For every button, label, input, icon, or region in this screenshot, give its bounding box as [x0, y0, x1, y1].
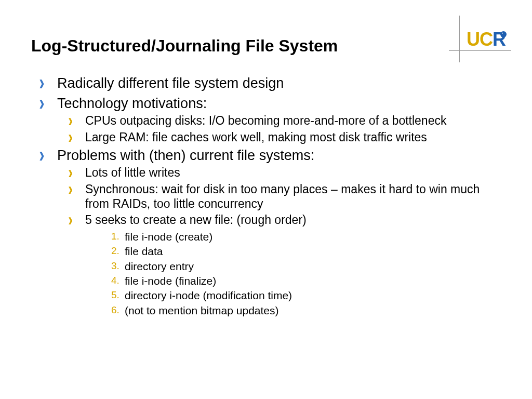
sub-bullet-item: Synchronous: wait for disk in too many p…: [69, 182, 501, 211]
slide: UCR Log-Structured/Journaling File Syste…: [0, 0, 532, 399]
logo-vline: [459, 16, 460, 62]
numbered-item: file data: [111, 244, 501, 259]
bullet-text: Radically different file system design: [57, 75, 284, 91]
bullet-text: Problems with (then) current file system…: [57, 148, 314, 163]
sub-bullet-item: Lots of little writes: [69, 166, 501, 180]
bullet-text: CPUs outpacing disks: I/O becoming more-…: [85, 114, 446, 127]
bullet-item: Problems with (then) current file system…: [39, 147, 501, 318]
logo-hline: [449, 50, 511, 51]
bullet-text: 5 seeks to create a new file: (rough ord…: [85, 213, 307, 227]
bullet-item: Technology motivations: CPUs outpacing d…: [39, 95, 501, 144]
numbered-list: file i-node (create) file data directory…: [85, 230, 501, 318]
bullet-text: Synchronous: wait for disk in too many p…: [85, 182, 480, 210]
bullet-text: file i-node (create): [125, 231, 212, 243]
bullet-text: (not to mention bitmap updates): [125, 304, 279, 316]
sub-bullet-list: CPUs outpacing disks: I/O becoming more-…: [57, 114, 501, 144]
ucr-logo: UCR: [449, 16, 511, 62]
numbered-item: directory entry: [111, 259, 501, 274]
bullet-item: Radically different file system design: [39, 74, 501, 92]
logo-letters: UCR: [467, 30, 506, 49]
bullet-list: Radically different file system design T…: [31, 74, 501, 318]
numbered-item: directory i-node (modification time): [111, 288, 501, 303]
sub-bullet-item: CPUs outpacing disks: I/O becoming more-…: [69, 114, 501, 128]
bullet-text: file i-node (finalize): [125, 275, 216, 287]
sub-bullet-item: 5 seeks to create a new file: (rough ord…: [69, 213, 501, 318]
bullet-text: directory i-node (modification time): [125, 289, 292, 301]
numbered-item: file i-node (create): [111, 230, 501, 244]
bullet-text: Lots of little writes: [85, 166, 180, 179]
bullet-text: Technology motivations:: [57, 96, 207, 111]
sub-bullet-item: Large RAM: file caches work well, making…: [69, 130, 501, 145]
bullet-text: file data: [125, 245, 163, 257]
bullet-text: Large RAM: file caches work well, making…: [85, 130, 427, 144]
sub-bullet-list: Lots of little writes Synchronous: wait …: [57, 166, 501, 317]
slide-title: Log-Structured/Journaling File System: [31, 36, 501, 56]
numbered-item: file i-node (finalize): [111, 274, 501, 288]
numbered-item: (not to mention bitmap updates): [111, 303, 501, 318]
bullet-text: directory entry: [125, 260, 194, 272]
